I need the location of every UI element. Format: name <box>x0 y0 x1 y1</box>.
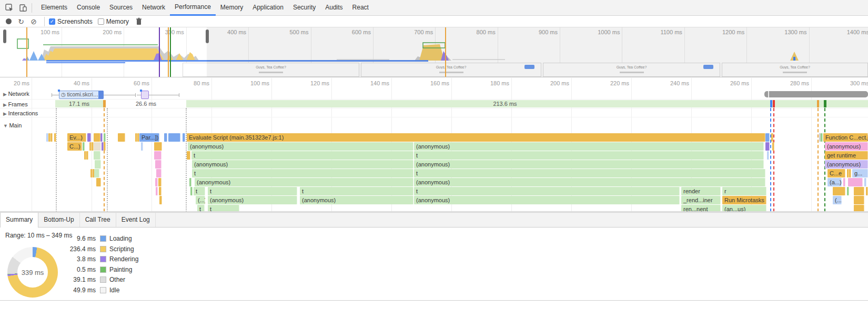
track-label-interactions[interactable]: ▶ Interactions <box>3 110 38 116</box>
flame-event[interactable] <box>847 187 849 195</box>
flame-event[interactable] <box>843 178 845 186</box>
flame-event[interactable] <box>156 169 162 177</box>
flame-event[interactable] <box>155 178 158 186</box>
flame-event[interactable] <box>772 142 774 151</box>
tab-console[interactable]: Console <box>72 0 105 16</box>
tab-sources[interactable]: Sources <box>105 0 137 16</box>
flame-event[interactable]: (anonymous) <box>300 196 413 204</box>
flame-event[interactable] <box>156 187 158 195</box>
flame-event[interactable] <box>154 151 162 160</box>
flame-event[interactable]: (anonymous) <box>414 142 764 151</box>
details-tab-summary[interactable]: Summary <box>0 213 38 228</box>
flame-event[interactable] <box>183 133 185 142</box>
flame-event[interactable]: Run Microtasks <box>722 196 766 204</box>
track-label-main[interactable]: ▼ Main <box>3 122 22 129</box>
flame-event[interactable] <box>54 133 56 142</box>
flame-event[interactable] <box>100 133 103 142</box>
flame-event[interactable]: _rend...iner <box>681 196 721 204</box>
flame-event[interactable]: t <box>194 187 205 195</box>
flame-event[interactable] <box>104 133 106 142</box>
flame-event[interactable] <box>83 142 85 151</box>
flame-event[interactable]: (an...us) <box>722 205 766 212</box>
flame-event[interactable]: (anonymous) <box>414 160 764 169</box>
expand-arrow-icon[interactable]: ▶ <box>3 92 8 97</box>
flame-event[interactable] <box>159 196 162 204</box>
flame-event[interactable] <box>94 169 99 177</box>
flame-event[interactable]: t <box>208 187 297 195</box>
flame-event[interactable]: C...e <box>827 169 845 177</box>
flame-event[interactable]: Evaluate Script (main.351323e7.js:1) <box>187 133 765 142</box>
flame-event[interactable] <box>864 178 866 186</box>
flame-event[interactable]: (anonymous) <box>825 142 868 151</box>
flame-event[interactable] <box>771 133 773 142</box>
flame-event[interactable] <box>51 133 53 142</box>
track-label-network[interactable]: ▶ Network <box>3 91 29 97</box>
network-gray-bar[interactable] <box>764 91 868 97</box>
tab-performance[interactable]: Performance <box>170 0 216 16</box>
tab-audits[interactable]: Audits <box>320 0 347 16</box>
flame-event[interactable] <box>87 133 91 142</box>
flame-event[interactable] <box>854 205 864 212</box>
flame-event[interactable]: (anonymous) <box>414 178 765 186</box>
flame-event[interactable]: Ev...) <box>67 133 86 142</box>
flame-event[interactable]: render <box>681 187 721 195</box>
flame-event[interactable] <box>94 133 100 142</box>
clear-button[interactable]: ⊘ <box>27 16 40 27</box>
flame-event[interactable]: (anonymous) <box>208 196 297 204</box>
flame-event[interactable]: r <box>722 187 766 195</box>
flame-event[interactable] <box>849 169 851 177</box>
tab-application[interactable]: Application <box>248 0 288 16</box>
flame-event[interactable]: (anonymous) <box>414 196 680 204</box>
flame-event[interactable] <box>118 133 125 142</box>
flame-event[interactable] <box>94 151 100 160</box>
record-button[interactable] <box>2 16 15 27</box>
memory-checkbox[interactable] <box>98 18 104 25</box>
flame-event[interactable]: t <box>192 169 413 177</box>
flame-event[interactable] <box>848 178 863 186</box>
flame-event[interactable] <box>767 151 769 160</box>
tab-elements[interactable]: Elements <box>36 0 72 16</box>
flame-event[interactable] <box>854 187 864 195</box>
flame-event[interactable]: g... <box>852 169 868 177</box>
track-label-frames[interactable]: ▶ Frames <box>3 101 28 107</box>
flame-event[interactable]: (anonymous) <box>188 142 413 151</box>
details-tab-bottom-up[interactable]: Bottom-Up <box>38 213 79 227</box>
device-toolbar-icon[interactable] <box>19 4 27 12</box>
flame-event[interactable]: Par...]) <box>139 133 159 142</box>
flame-event[interactable]: Function C...ect.js <box>823 133 868 142</box>
flame-event[interactable]: t <box>300 187 413 195</box>
tab-memory[interactable]: Memory <box>216 0 248 16</box>
flame-event[interactable]: C...) <box>67 142 82 151</box>
flame-event[interactable]: ren...nent <box>681 205 721 212</box>
network-request[interactable] <box>141 91 149 99</box>
flame-event[interactable] <box>154 142 162 151</box>
tab-security[interactable]: Security <box>288 0 320 16</box>
flame-event[interactable] <box>765 133 770 142</box>
flame-event[interactable]: t <box>414 169 765 177</box>
flame-event[interactable] <box>164 133 167 142</box>
flame-event[interactable]: t <box>414 187 680 195</box>
flame-event[interactable] <box>155 160 162 169</box>
flame-event[interactable]: (... <box>833 196 842 204</box>
flame-event[interactable] <box>95 160 101 169</box>
flame-event[interactable] <box>86 151 88 160</box>
expand-arrow-icon[interactable]: ▶ <box>3 102 8 107</box>
flame-event[interactable]: t <box>414 151 764 160</box>
flame-event[interactable] <box>189 178 191 186</box>
collapse-arrow-icon[interactable]: ▼ <box>3 123 9 129</box>
flame-event[interactable] <box>159 187 162 195</box>
flame-chart-pane[interactable]: 20 ms40 ms60 ms80 ms100 ms120 ms140 ms16… <box>0 78 868 212</box>
flame-event[interactable]: (anonymous) <box>195 178 413 186</box>
details-tab-event-log[interactable]: Event Log <box>116 213 156 227</box>
tab-network[interactable]: Network <box>137 0 170 16</box>
overview-window-handle[interactable] <box>3 29 6 43</box>
flame-event[interactable]: t <box>197 205 205 212</box>
flame-event[interactable] <box>190 187 193 195</box>
reload-button[interactable]: ↻ <box>15 16 27 27</box>
flame-event[interactable] <box>866 187 868 195</box>
trash-icon[interactable] <box>135 17 143 25</box>
inspect-icon[interactable] <box>5 4 14 12</box>
flame-event[interactable]: (anonymous) <box>825 160 868 169</box>
flame-event[interactable]: t <box>208 205 239 212</box>
flame-event[interactable]: (anonymous) <box>192 160 413 169</box>
